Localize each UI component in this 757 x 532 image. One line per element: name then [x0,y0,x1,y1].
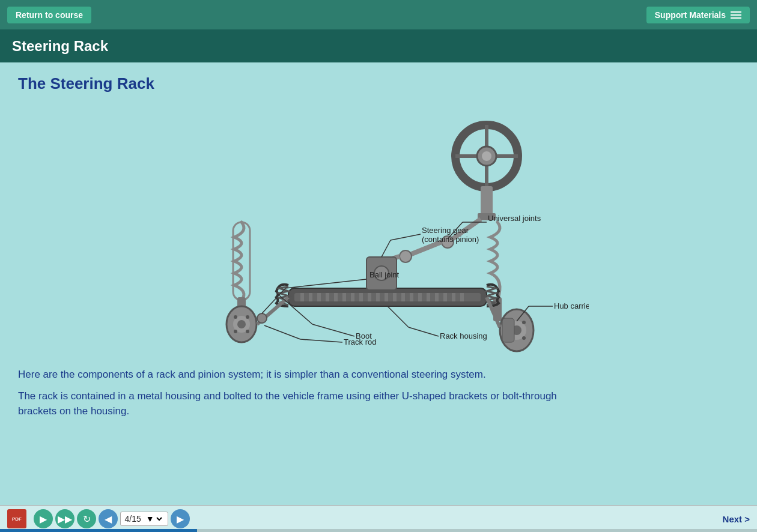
svg-text:Boot: Boot [356,331,372,340]
description-paragraph-1: Here are the components of a rack and pi… [18,367,559,382]
svg-point-49 [522,321,526,324]
svg-point-39 [237,320,246,328]
svg-line-74 [312,324,354,336]
svg-text:Ball joint: Ball joint [369,270,400,279]
page-counter: 4/15 ▼ [120,512,168,526]
top-navigation: Return to course Support Materials [0,0,757,29]
svg-rect-25 [368,293,371,301]
svg-rect-35 [452,293,455,301]
svg-line-71 [300,339,342,342]
svg-text:Rack housing: Rack housing [440,331,487,340]
svg-rect-32 [427,293,430,301]
svg-line-76 [388,306,409,327]
support-materials-label: Support Materials [655,10,726,20]
svg-rect-17 [300,293,304,301]
svg-rect-28 [393,293,397,301]
svg-point-43 [246,330,249,333]
svg-point-41 [246,315,249,319]
rack-housing-component [288,288,487,306]
svg-text:Hub carrier: Hub carrier [554,301,589,310]
svg-rect-34 [443,293,447,301]
diagram-area: Ball joint Universal joints Steering gea… [18,99,739,357]
page-dropdown[interactable]: ▼ [144,513,164,524]
audio-play-button[interactable]: ▶ [34,509,53,528]
nav-controls: PDF ▶ ▶▶ ↻ ◀ 4/15 ▼ ▶ [7,509,190,528]
svg-line-64 [391,234,421,240]
svg-rect-36 [460,293,464,301]
next-button-area: Next > [723,514,750,524]
svg-rect-52 [502,318,514,342]
svg-rect-26 [376,293,380,301]
svg-line-70 [264,325,300,339]
section-title: The Steering Rack [18,74,739,93]
svg-rect-33 [435,293,439,301]
svg-text:(contains pinion): (contains pinion) [422,235,479,244]
svg-rect-20 [326,293,329,301]
previous-page-button[interactable]: ◀ [99,509,118,528]
return-to-course-button[interactable]: Return to course [7,7,91,23]
svg-point-54 [257,313,267,323]
description-text: Here are the components of a rack and pi… [18,367,559,419]
svg-point-42 [234,330,237,333]
svg-rect-30 [410,293,413,301]
svg-line-9 [409,242,442,255]
page-number: 4/15 [124,514,141,524]
progress-bar-fill [0,529,197,532]
progress-bar-container [0,529,757,532]
next-button[interactable]: Next > [723,514,750,524]
svg-rect-22 [342,293,346,301]
svg-rect-5 [481,186,493,216]
svg-rect-29 [401,293,405,301]
svg-rect-21 [334,293,338,301]
audio-skip-button[interactable]: ▶▶ [55,509,74,528]
svg-rect-19 [317,293,321,301]
svg-point-4 [482,151,491,161]
svg-rect-24 [359,293,363,301]
next-page-button[interactable]: ▶ [171,509,190,528]
svg-point-40 [234,315,237,319]
hamburger-icon [731,11,741,19]
page-title: Steering Rack [12,38,108,55]
svg-line-58 [285,279,366,288]
title-bar: Steering Rack [0,29,757,62]
svg-line-63 [382,240,391,257]
support-materials-button[interactable]: Support Materials [646,7,750,23]
svg-point-51 [522,336,526,340]
bottom-bar: PDF ▶ ▶▶ ↻ ◀ 4/15 ▼ ▶ Next > [0,505,757,532]
svg-rect-18 [309,293,312,301]
svg-text:Universal joints: Universal joints [488,214,541,223]
svg-point-10 [400,250,412,262]
steering-rack-diagram: Ball joint Universal joints Steering gea… [168,99,589,357]
svg-rect-23 [351,293,354,301]
svg-rect-27 [385,293,388,301]
description-paragraph-2: The rack is contained in a metal housing… [18,388,559,419]
svg-text:Steering gear: Steering gear [422,226,469,235]
pdf-button[interactable]: PDF [7,509,26,528]
steering-wheel [455,125,518,220]
replay-button[interactable]: ↻ [77,509,96,528]
svg-line-77 [409,327,439,336]
main-content: The Steering Rack [0,62,757,505]
svg-rect-31 [418,293,422,301]
